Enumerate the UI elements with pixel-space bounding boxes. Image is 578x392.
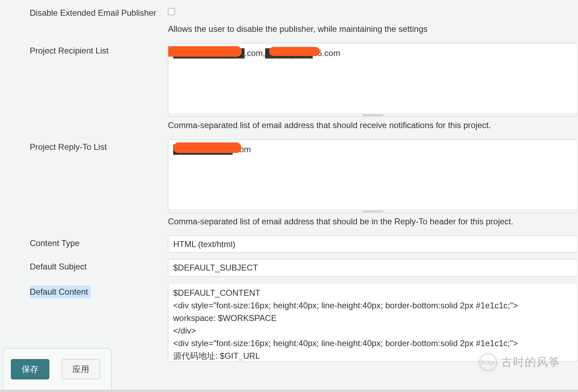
disable-publisher-checkbox[interactable]: [168, 8, 175, 15]
default-content-label: Default Content: [30, 286, 91, 298]
default-subject-input[interactable]: [168, 259, 578, 276]
disable-publisher-description: Allows the user to disable the publisher…: [168, 21, 578, 40]
content-type-label: Content Type: [0, 236, 168, 248]
recipient-list-label: Project Recipient List: [0, 43, 168, 56]
watermark: 60μ 古时的风筝: [479, 354, 561, 371]
content-type-select[interactable]: HTML (text/html): [168, 236, 578, 252]
default-content-textarea[interactable]: $DEFAULT_CONTENT <div style="font-size:1…: [168, 283, 578, 360]
watermark-icon: 60μ: [479, 354, 497, 371]
save-button[interactable]: 保存: [11, 359, 49, 379]
disable-publisher-label: Disable Extended Email Publisher: [0, 5, 168, 18]
watermark-text: 古时的风筝: [501, 355, 561, 370]
recipient-list-description: Comma-separated list of email address th…: [168, 117, 578, 136]
action-button-bar: 保存 应用: [3, 348, 112, 390]
reply-to-list-description: Comma-separated list of email address th…: [168, 213, 578, 233]
recipient-resize-handle[interactable]: [168, 113, 578, 117]
default-subject-label: Default Subject: [0, 259, 168, 272]
reply-to-list-label: Project Reply-To List: [0, 139, 168, 152]
apply-button[interactable]: 应用: [62, 359, 100, 379]
replyto-resize-handle[interactable]: [168, 209, 578, 213]
bottom-border: [0, 390, 578, 392]
